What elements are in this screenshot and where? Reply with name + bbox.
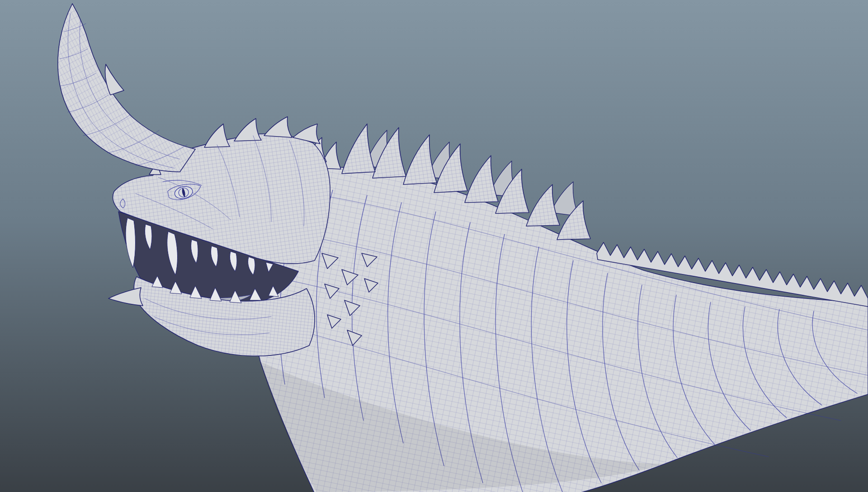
main-horn xyxy=(58,4,195,172)
dragon-neck xyxy=(253,124,868,492)
3d-viewport[interactable] xyxy=(0,0,868,492)
chin-barb xyxy=(108,288,143,306)
viewport-canvas[interactable] xyxy=(0,0,868,492)
horn-wireframe xyxy=(58,4,195,172)
